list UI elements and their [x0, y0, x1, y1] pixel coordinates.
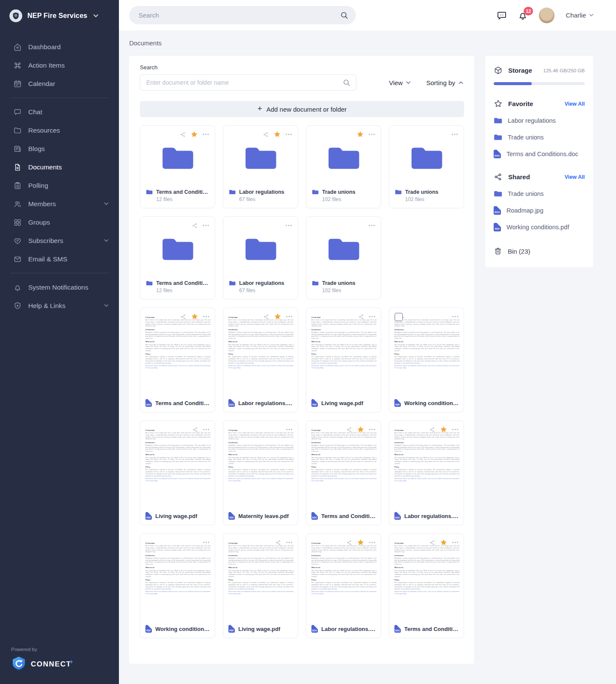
- share-icon[interactable]: [263, 314, 270, 320]
- more-options-icon[interactable]: [452, 428, 459, 431]
- document-card[interactable]: Living wageAt its heart is the simple id…: [389, 533, 464, 638]
- sorting-dropdown[interactable]: Sorting by: [426, 79, 463, 86]
- brand[interactable]: NEP Fire Services: [0, 0, 119, 27]
- dashboard-icon: [13, 42, 22, 51]
- document-card[interactable]: Living wageAt its heart is the simple id…: [306, 420, 381, 525]
- more-options-icon[interactable]: [369, 541, 376, 544]
- document-card[interactable]: Living wageAt its heart is the simple id…: [389, 308, 464, 412]
- more-options-icon[interactable]: [368, 224, 375, 227]
- document-card[interactable]: Living wageAt its heart is the simple id…: [306, 533, 381, 638]
- folder-card[interactable]: Trade unions102 files: [306, 125, 381, 208]
- star-icon[interactable]: [440, 539, 447, 546]
- search-icon[interactable]: [340, 11, 349, 21]
- star-icon[interactable]: [190, 130, 198, 138]
- document-card[interactable]: Living wageAt its heart is the simple id…: [223, 420, 298, 525]
- folder-card[interactable]: Trade unions102 files: [306, 216, 381, 299]
- panel-list-item[interactable]: Labor regulations: [494, 116, 585, 125]
- more-options-icon[interactable]: [286, 428, 293, 431]
- document-card[interactable]: Living wageAt its heart is the simple id…: [140, 533, 215, 638]
- add-document-button[interactable]: + Add new document or folder: [140, 101, 464, 117]
- share-icon[interactable]: [358, 314, 364, 320]
- more-options-icon[interactable]: [285, 133, 292, 136]
- star-icon[interactable]: [356, 130, 364, 138]
- document-card[interactable]: Living wageAt its heart is the simple id…: [389, 420, 464, 525]
- folder-card[interactable]: Terms and Conditions12 files: [140, 216, 215, 299]
- star-icon[interactable]: [273, 130, 281, 138]
- search-icon[interactable]: [342, 78, 351, 89]
- panel-list-item[interactable]: PDFWorking conditions.pdf: [494, 223, 585, 231]
- sidebar-item-members[interactable]: Members: [0, 195, 119, 213]
- folder-card[interactable]: Terms and Conditions12 files: [140, 125, 215, 208]
- panel-list-item[interactable]: Trade unions: [494, 133, 585, 142]
- sidebar-item-action-items[interactable]: Action Items: [0, 56, 119, 74]
- more-options-icon[interactable]: [368, 133, 375, 136]
- panel-list-item[interactable]: Trade unions: [494, 190, 585, 198]
- main-area: 12 Charlie Documents Search: [119, 0, 616, 684]
- share-icon[interactable]: [192, 426, 198, 433]
- share-icon[interactable]: [263, 131, 269, 138]
- chevron-down-icon[interactable]: [93, 14, 98, 18]
- share-icon[interactable]: [429, 426, 435, 433]
- document-card[interactable]: Living wageAt its heart is the simple id…: [223, 533, 298, 638]
- sidebar-item-system-notifications[interactable]: System Notifications: [0, 278, 119, 296]
- more-options-icon[interactable]: [285, 224, 292, 227]
- share-icon[interactable]: [346, 539, 352, 546]
- view-dropdown[interactable]: View: [389, 79, 411, 86]
- panel-list-item[interactable]: DOCTerms and Conditions.doc: [494, 150, 585, 158]
- favorite-section: Favorite View All Labor regulationsTrade…: [494, 99, 585, 158]
- share-icon[interactable]: [180, 314, 187, 320]
- sidebar-item-calendar[interactable]: Calendar: [0, 74, 119, 93]
- document-card[interactable]: Living wageAt its heart is the simple id…: [223, 308, 298, 412]
- shared-section: Shared View All Trade unionsDOCRoadmap.j…: [494, 172, 585, 231]
- star-icon[interactable]: [357, 426, 364, 433]
- star-icon[interactable]: [191, 313, 198, 320]
- sidebar-item-subscribers[interactable]: Subscribers: [0, 231, 119, 250]
- sidebar-item-email-sms[interactable]: Email & SMS: [0, 250, 119, 268]
- sidebar-item-polling[interactable]: Polling: [0, 176, 119, 195]
- notifications-bell-icon[interactable]: 12: [518, 10, 528, 21]
- more-options-icon[interactable]: [203, 315, 210, 318]
- sidebar-item-groups[interactable]: Groups: [0, 213, 119, 231]
- document-card[interactable]: Living wageAt its heart is the simple id…: [306, 308, 381, 412]
- folder-card[interactable]: Labor regulations67 files: [223, 125, 298, 208]
- document-card[interactable]: Living wageAt its heart is the simple id…: [140, 420, 215, 525]
- favorite-view-all-link[interactable]: View All: [565, 101, 585, 107]
- shared-view-all-link[interactable]: View All: [565, 174, 585, 180]
- share-icon[interactable]: [346, 426, 352, 433]
- sidebar-item-chat[interactable]: Chat: [0, 103, 119, 121]
- document-card[interactable]: Living wageAt its heart is the simple id…: [140, 308, 215, 412]
- sidebar-item-blogs[interactable]: Blogs: [0, 139, 119, 158]
- share-icon[interactable]: [275, 539, 281, 546]
- more-options-icon[interactable]: [452, 541, 459, 544]
- messages-icon[interactable]: [497, 10, 507, 21]
- share-icon[interactable]: [180, 131, 186, 138]
- user-avatar[interactable]: [539, 7, 555, 24]
- panel-list-item[interactable]: DOCRoadmap.jpg: [494, 206, 585, 215]
- global-search-input[interactable]: [139, 12, 327, 19]
- folder-card[interactable]: Labor regulations67 files: [223, 216, 298, 299]
- sidebar-item-resources[interactable]: Resources: [0, 121, 119, 139]
- more-options-icon[interactable]: [451, 133, 458, 136]
- doc-search-input[interactable]: [140, 74, 356, 91]
- sidebar-item-dashboard[interactable]: Dashboard: [0, 38, 119, 56]
- bin-link[interactable]: Bin (23): [494, 247, 585, 255]
- more-options-icon[interactable]: [369, 315, 376, 318]
- folder-card[interactable]: Trade unions102 files: [389, 125, 464, 208]
- star-icon[interactable]: [440, 426, 447, 433]
- more-options-icon[interactable]: [369, 428, 376, 431]
- user-menu[interactable]: Charlie: [566, 12, 594, 19]
- sidebar-item-documents[interactable]: Documents: [0, 158, 119, 176]
- sidebar-item-help-links[interactable]: Help & Links: [0, 296, 119, 315]
- more-options-icon[interactable]: [202, 133, 209, 136]
- more-options-icon[interactable]: [286, 315, 293, 318]
- star-icon[interactable]: [357, 539, 364, 546]
- share-icon[interactable]: [429, 539, 435, 546]
- star-icon[interactable]: [274, 313, 281, 320]
- more-options-icon[interactable]: [452, 315, 459, 318]
- more-options-icon[interactable]: [202, 224, 209, 227]
- share-icon[interactable]: [192, 222, 198, 229]
- more-options-icon[interactable]: [286, 541, 293, 544]
- more-options-icon[interactable]: [203, 428, 210, 431]
- document-checkbox[interactable]: [394, 313, 403, 321]
- more-options-icon[interactable]: [203, 541, 210, 544]
